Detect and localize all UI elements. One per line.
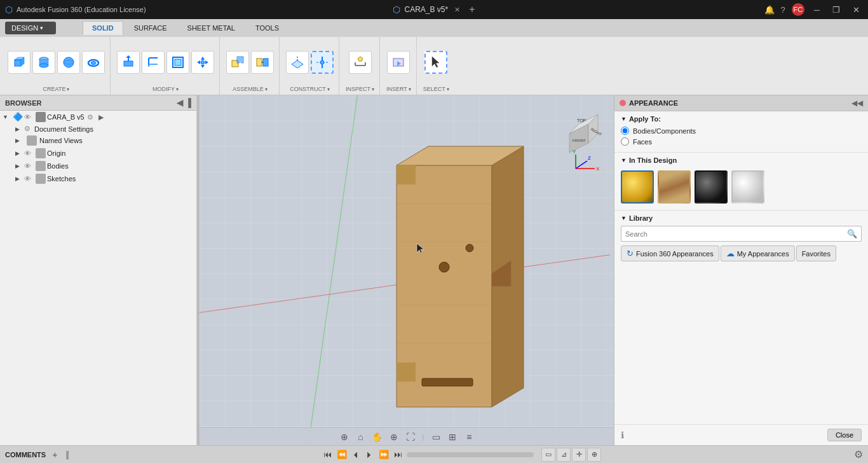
select-label[interactable]: SELECT [423,86,449,92]
fusion360-tab-icon: ↻ [627,249,634,258]
select-move-btn[interactable]: ✛ [572,448,586,462]
svg-marker-15 [201,65,205,68]
vp-look-at-btn[interactable]: ⊕ [337,430,351,444]
svg-text:X: X [596,166,600,172]
search-input[interactable] [621,228,843,240]
tab-close-btn[interactable]: ✕ [454,6,460,14]
window-close-btn[interactable]: ✕ [850,4,863,16]
apply-bodies-label: Bodies/Components [633,127,696,135]
vp-visual-style-btn[interactable]: ≡ [462,430,476,444]
svg-point-6 [39,64,48,67]
modify-press-pull-btn[interactable] [117,51,140,74]
browser-header-actions: ◀ ▐ [177,98,191,107]
select-window-btn[interactable]: ▭ [541,448,555,462]
play-prev-btn[interactable]: ⏪ [335,448,349,460]
insert-label[interactable]: INSERT [386,86,411,92]
assemble-label[interactable]: ASSEMBLE [233,86,268,92]
design-dropdown-btn[interactable]: DESIGN [5,22,56,34]
vp-pan-btn[interactable]: ✋ [370,430,384,444]
svg-rect-0 [15,60,21,66]
inspect-label[interactable]: INSPECT [346,86,374,92]
modify-label[interactable]: MODIFY [153,86,179,92]
construct-label[interactable]: CONSTRUCT [290,86,330,92]
assemble-new-component-btn[interactable]: + [226,51,249,74]
timeline-bar[interactable] [407,452,534,457]
apply-bodies-radio[interactable] [621,127,629,135]
play-back-btn[interactable]: ⏴ [350,448,362,460]
play-start-btn[interactable]: ⏮ [322,448,334,460]
lib-tab-favorites-label: Favorites [802,250,831,258]
select-buttons [424,39,447,85]
material-white[interactable] [731,170,764,204]
doc-icon: ⬡ [393,4,400,15]
modify-fillet-btn[interactable] [142,51,165,74]
minimize-btn[interactable]: ─ [811,4,823,16]
apply-faces-radio[interactable] [621,137,629,146]
material-grid [621,168,862,206]
select-lasso-btn[interactable]: ⊿ [557,448,571,462]
svg-marker-16 [197,60,200,64]
assemble-buttons: + [226,39,274,85]
inspect-measure-btn[interactable] [349,51,372,74]
help-icon[interactable]: ? [781,5,785,15]
play-end-btn[interactable]: ⏭ [392,448,404,460]
modify-shell-btn[interactable] [166,51,189,74]
browser-collapse-btn[interactable]: ◀ [177,98,183,107]
browser-expand-btn[interactable]: ▐ [186,98,191,107]
vp-fit-btn[interactable]: ⛶ [403,430,417,444]
select-snap-btn[interactable]: ⊕ [587,448,601,462]
svg-text:Y: Y [573,149,576,155]
select-btn[interactable] [424,51,447,74]
tree-settings-btn[interactable]: ▶ [98,113,104,121]
lib-tab-my-appearances[interactable]: ☁ My Appearances [721,245,795,261]
construct-plane-btn[interactable] [286,51,309,74]
lib-tab-favorites[interactable]: Favorites [796,245,836,261]
create-cylinder-btn[interactable] [32,51,55,74]
statusbar: COMMENTS + ▐ ⏮ ⏪ ⏴ ⏵ ⏩ ⏭ ▭ ⊿ ✛ ⊕ ⚙ [0,445,868,463]
door-panel-3d [346,127,614,445]
in-this-design-section: In This Design [614,153,868,211]
user-avatar[interactable]: FC [792,3,804,16]
lib-tab-fusion360[interactable]: ↻ Fusion 360 Appearances [621,245,719,261]
in-this-design-title[interactable]: In This Design [621,156,862,164]
svg-rect-23 [263,59,268,66]
assemble-joint-btn[interactable] [251,51,274,74]
tab-tools[interactable]: TOOLS [246,21,288,35]
viewport[interactable]: TOP FRONT RIGHT X Y Z ⊕ ⌂ ✋ [200,95,614,445]
vp-zoom-in-btn[interactable]: ⊕ [387,430,401,444]
svg-text:Z: Z [588,155,591,161]
close-button[interactable]: Close [827,429,862,441]
tab-surface[interactable]: SURFACE [125,21,177,35]
appearance-panel: APPEARANCE ◀◀ Apply To: Bodies/Component… [614,95,868,445]
tab-sheetmetal[interactable]: SHEET METAL [178,21,245,35]
apply-to-title[interactable]: Apply To: [621,115,862,123]
svg-point-44 [466,244,473,252]
material-dark[interactable] [695,170,728,204]
notif-icon[interactable]: 🔔 [764,5,775,15]
material-wood[interactable] [658,170,691,204]
lib-tab-my-appearances-label: My Appearances [737,250,789,258]
vp-home-btn[interactable]: ⌂ [354,430,368,444]
insert-canvas-btn[interactable] [387,51,410,74]
play-forward-btn[interactable]: ⏵ [363,448,376,460]
play-next-btn[interactable]: ⏩ [377,448,391,460]
new-tab-btn[interactable]: + [469,4,475,15]
appearance-expand-btn[interactable]: ◀◀ [851,99,863,107]
viewcube[interactable]: TOP FRONT RIGHT X Y Z [557,102,607,153]
vp-display-mode-btn[interactable]: ▭ [429,430,443,444]
library-title[interactable]: Library [621,214,862,222]
svg-point-7 [64,57,74,67]
settings-icon[interactable]: ⚙ [854,448,863,460]
create-sphere-btn[interactable] [57,51,80,74]
modify-move-btn[interactable] [191,51,214,74]
add-comment-btn[interactable]: + [52,450,57,460]
info-icon[interactable]: ℹ [621,430,624,440]
tree-gear-root[interactable]: ⚙ [87,113,96,121]
create-box-btn[interactable] [8,51,31,74]
tab-solid[interactable]: SOLID [83,21,123,35]
maximize-btn[interactable]: ❐ [829,4,843,16]
vp-grid-btn[interactable]: ⊞ [445,430,459,444]
construct-axis-btn[interactable] [311,51,334,74]
material-gold[interactable] [621,170,654,204]
create-torus-btn[interactable] [82,51,105,74]
